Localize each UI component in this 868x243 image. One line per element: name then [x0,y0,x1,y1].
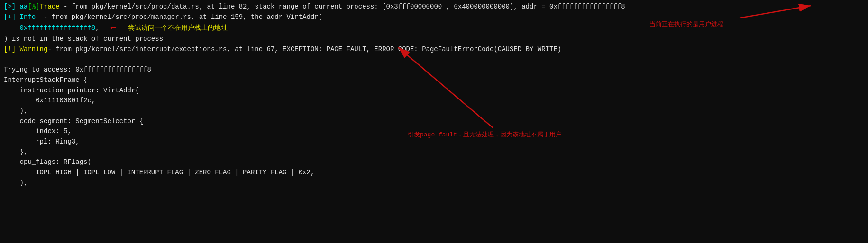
log-line-not-in-stack: ) is not in the stack of current process [4,34,864,45]
log-line-cpu-flags-val: IOPL_HIGH | IOPL_LOW | INTERRUPT_FLAG | … [4,168,864,178]
left-arrow-inline: ⟵ [111,22,116,34]
log-line-warning: [!] Warning- from pkg/kernel/src/interru… [4,45,864,55]
not-in-stack-msg: ) is not in the stack of current process [4,34,163,45]
blank-line [4,55,864,65]
virt-addr-value: 0xffffffffffffffff8 [20,23,96,34]
cpu-flags-field: cpu_flags: RFlags( [4,157,91,168]
log-warning-msg: - from pkg/kernel/src/interrupt/exceptio… [47,45,561,55]
trying-access-msg: Trying to access: 0xffffffffffffffff8 [4,65,151,75]
log-line-info: [+] Info - from pkg/kernel/src/proc/mana… [4,12,864,23]
annotation-page-fault: 引发page fault，且无法处理，因为该地址不属于用户 [408,130,562,140]
log-line-ip-val: 0x111100001f2e, [4,96,864,106]
log-line-cpu-flags: cpu_flags: RFlags( [4,157,864,168]
log-line-ip-close: ), [4,106,864,117]
ip-field: instruction_pointer: VirtAddr( [4,86,139,96]
prompt: [>] aa [4,2,27,12]
log-level-percent: [%] [27,2,39,12]
rpl-field: rpl: Ring3, [4,137,80,147]
cpu-flags-value: IOPL_HIGH | IOPL_LOW | INTERRUPT_FLAG | … [4,168,314,178]
ip-close: ), [4,106,27,117]
cpu-flags-close: ), [4,178,27,189]
cs-close: }, [4,147,27,158]
comma: , [95,23,111,34]
isf-open: InterruptStackFrame { [4,75,87,86]
log-trace-msg: - from pkg/kernel/src/proc/data.rs, at l… [60,2,625,12]
log-line-ip: instruction_pointer: VirtAddr( [4,86,864,96]
annotation-addr-inline: 尝试访问一个不在用户栈上的地址 [128,23,228,34]
cs-field: code_segment: SegmentSelector { [4,117,143,127]
log-level-warning: [!] Warning [4,45,47,55]
log-line-cs: code_segment: SegmentSelector { [4,117,864,127]
annotation-user-process: 当前正在执行的是用户进程 [649,20,723,29]
log-line-isf-open: InterruptStackFrame { [4,75,864,86]
log-info-msg: - from pkg/kernel/src/proc/manager.rs, a… [36,12,322,23]
log-line-cs-close: }, [4,147,864,158]
indent-space [4,23,20,34]
terminal-output: [>] aa[%] Trace - from pkg/kernel/src/pr… [0,0,868,190]
space [116,23,128,34]
log-line-trace: [>] aa[%] Trace - from pkg/kernel/src/pr… [4,2,864,12]
log-line-trying: Trying to access: 0xffffffffffffffff8 [4,65,864,75]
index-field: index: 5, [4,126,72,137]
log-level-trace: Trace [40,2,60,12]
log-line-cpu-flags-close: ), [4,178,864,189]
log-line-addr: 0xffffffffffffffff8, ⟵ 尝试访问一个不在用户栈上的地址 [4,22,864,34]
log-level-info: [+] Info [4,12,36,23]
ip-value: 0x111100001f2e, [4,96,95,106]
